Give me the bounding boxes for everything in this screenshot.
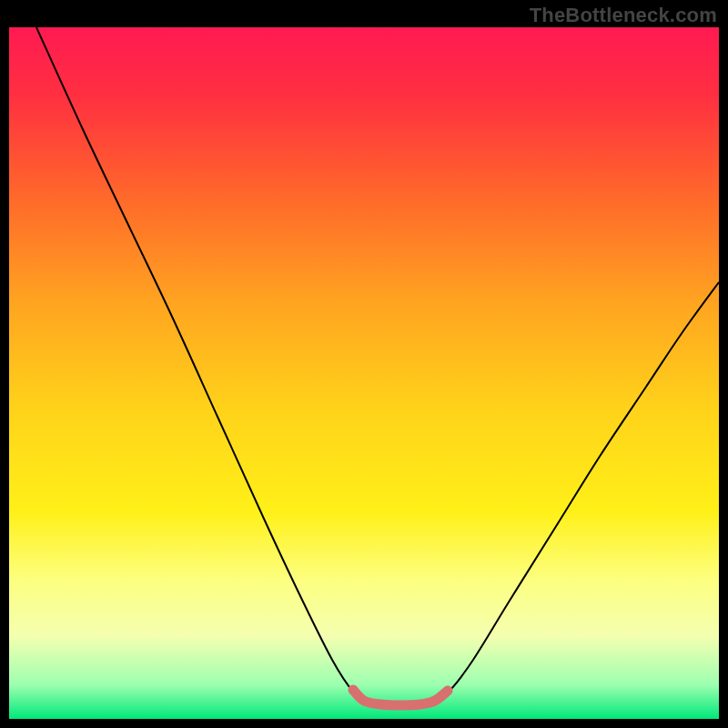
- watermark-text: TheBottleneck.com: [530, 4, 717, 27]
- gradient-background: [9, 27, 719, 719]
- chart-container: TheBottleneck.com: [0, 0, 728, 728]
- chart-svg: [9, 27, 719, 719]
- plot-area: [9, 27, 719, 719]
